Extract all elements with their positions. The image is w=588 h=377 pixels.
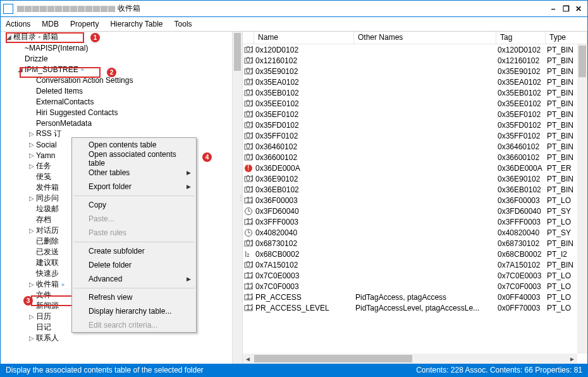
cell-tag: 0x3FD60040 <box>496 207 546 216</box>
svg-text:I₂: I₂ <box>245 250 250 259</box>
svg-text:010: 010 <box>246 78 253 86</box>
menu-mdb[interactable]: MDB <box>42 20 59 28</box>
grid-row[interactable]: 010 0x120D0102 0x120D0102 PT_BIN <box>243 44 577 55</box>
grid-row[interactable]: 010 0x36E90102 0x36E90102 PT_BIN <box>243 173 577 184</box>
grid-scrollbar-horizontal[interactable]: ◄ ► <box>243 354 577 364</box>
scroll-right-icon[interactable]: ► <box>567 354 577 364</box>
tree-item[interactable]: Deleted Items <box>1 85 242 96</box>
menu-edit-search-criteria: Edit search criteria... <box>72 318 196 332</box>
grid-row[interactable]: 010 0x35EB0102 0x35EB0102 PT_BIN <box>243 87 577 98</box>
cell-type: PT_LO <box>546 218 577 226</box>
menu-export-folder[interactable]: Export folder▶ <box>72 180 196 194</box>
grid-row[interactable]: 0x3FD60040 0x3FD60040 PT_SY <box>243 206 577 216</box>
grid-row[interactable]: 123 0x3FFF0003 0x3FFF0003 PT_LO <box>243 216 577 227</box>
tree-root[interactable]: ◢根目录 - 邮箱 <box>1 32 242 42</box>
grid-row[interactable]: 010 0x36460102 0x36460102 PT_BIN <box>243 141 577 152</box>
svg-text:010: 010 <box>246 142 253 151</box>
grid-row[interactable]: 010 0x35EE0102 0x35EE0102 PT_BIN <box>243 98 577 109</box>
submenu-arrow-icon: ▶ <box>187 170 191 176</box>
col-type[interactable]: Type <box>546 32 587 44</box>
menu-copy[interactable]: Copy <box>72 198 196 212</box>
cell-type: PT_BIN <box>546 132 577 140</box>
cell-type: PT_LO <box>546 282 577 291</box>
cell-type: PT_BIN <box>546 89 577 97</box>
row-type-icon: 010 <box>243 153 254 162</box>
cell-type: PT_BIN <box>546 153 577 162</box>
row-type-icon: 123 <box>243 271 254 280</box>
row-type-icon: 123 <box>243 218 254 226</box>
svg-text:123: 123 <box>246 196 253 204</box>
submenu-arrow-icon: ▶ <box>187 276 191 282</box>
cell-tag: 0x35E90102 <box>496 67 546 76</box>
grid-row[interactable]: 123 0x7C0E0003 0x7C0E0003 PT_LO <box>243 270 577 281</box>
menu-hierarchy[interactable]: Hierarchy Table <box>110 20 162 28</box>
grid-row[interactable]: 010 0x35EF0102 0x35EF0102 PT_BIN <box>243 109 577 120</box>
grid-row[interactable]: 0x40820040 0x40820040 PT_SY <box>243 227 577 238</box>
scroll-left-icon[interactable]: ◄ <box>243 354 253 364</box>
svg-text:010: 010 <box>246 185 253 194</box>
cell-name: 0x35EB0102 <box>254 89 354 97</box>
row-type-icon: 010 <box>243 261 254 269</box>
grid-row[interactable]: 123 0x7C0F0003 0x7C0F0003 PT_LO <box>243 281 577 292</box>
cell-tag: 0x35FF0102 <box>496 132 546 140</box>
menu-other-tables[interactable]: Other tables▶ <box>72 166 196 180</box>
tree-item[interactable]: ExternalContacts <box>1 96 242 107</box>
tree-item[interactable]: ~MAPISP(Internal) <box>1 42 242 53</box>
cell-name: 0x3FFF0003 <box>254 218 354 226</box>
tree-item[interactable]: Hiri Suggested Contacts <box>1 107 242 118</box>
grid-row[interactable]: 010 0x36600102 0x36600102 PT_BIN <box>243 152 577 163</box>
svg-text:123: 123 <box>246 271 253 280</box>
tree-item[interactable]: Drizzle <box>1 53 242 64</box>
grid-row[interactable]: 010 0x7A150102 0x7A150102 PT_BIN <box>243 259 577 270</box>
close-button[interactable]: ✕ <box>572 4 585 13</box>
cell-tag: 0x35EF0102 <box>496 110 546 119</box>
cell-name: 0x36DE000A <box>254 164 354 173</box>
grid-row[interactable]: 010 0x68730102 0x68730102 PT_BIN <box>243 238 577 249</box>
grid-row[interactable]: I₂ 0x68CB0002 0x68CB0002 PT_I2 <box>243 249 577 259</box>
cell-name: 0x36EB0102 <box>254 185 354 194</box>
svg-text:123: 123 <box>246 218 253 226</box>
row-type-icon: 010 <box>243 46 254 54</box>
menu-delete-folder[interactable]: Delete folder <box>72 258 196 272</box>
row-type-icon: 010 <box>243 132 254 140</box>
cell-type: PT_BIN <box>546 56 577 65</box>
menu-create-subfolder[interactable]: Create subfolder <box>72 244 196 258</box>
menu-tools[interactable]: Tools <box>175 20 192 28</box>
cell-type: PT_ER <box>546 164 577 173</box>
maximize-button[interactable]: ❐ <box>560 4 572 13</box>
col-tag[interactable]: Tag <box>496 32 546 44</box>
tree-ipm-subtree[interactable]: ◢IPM_SUBTREE» <box>1 64 242 75</box>
grid-row[interactable]: 010 0x35FF0102 0x35FF0102 PT_BIN <box>243 130 577 141</box>
grid-scrollbar-vertical[interactable] <box>577 44 587 354</box>
menu-actions[interactable]: Actions <box>6 20 30 28</box>
cell-type: PT_BIN <box>546 261 577 269</box>
menu-refresh-view[interactable]: Refresh view <box>72 290 196 304</box>
menu-paste: Paste... <box>72 212 196 226</box>
menu-advanced[interactable]: Advanced▶ <box>72 272 196 286</box>
tree-item[interactable]: ▷联系人 <box>1 333 242 343</box>
col-name[interactable]: Name <box>254 32 354 44</box>
grid-row[interactable]: 010 0x12160102 0x12160102 PT_BIN <box>243 55 577 66</box>
menu-bar: Actions MDB Property Hierarchy Table Too… <box>1 17 587 31</box>
svg-text:010: 010 <box>246 110 253 118</box>
svg-text:010: 010 <box>246 56 253 65</box>
row-type-icon <box>243 228 254 237</box>
grid-row[interactable]: 123 PR_ACCESS_LEVEL PidTagAccessLevel, p… <box>243 302 577 313</box>
grid-row[interactable]: 010 0x35FD0102 0x35FD0102 PT_BIN <box>243 120 577 130</box>
col-other-names[interactable]: Other Names <box>354 32 496 44</box>
grid-row[interactable]: 123 0x36F00003 0x36F00003 PT_LO <box>243 195 577 206</box>
grid-row[interactable]: 010 0x35E90102 0x35E90102 PT_BIN <box>243 66 577 77</box>
menu-property[interactable]: Property <box>70 20 99 28</box>
grid-row[interactable]: ! 0x36DE000A 0x36DE000A PT_ER <box>243 163 577 173</box>
cell-tag: 0x68730102 <box>496 239 546 248</box>
menu-open-associated-contents[interactable]: Open associated contents table <box>72 152 196 166</box>
cell-name: 0x7A150102 <box>254 261 354 269</box>
grid-row[interactable]: 123 PR_ACCESS PidTagAccess, ptagAccess 0… <box>243 292 577 302</box>
menu-display-hierarchy[interactable]: Display hierarchy table... <box>72 304 196 318</box>
grid-row[interactable]: 010 0x35EA0102 0x35EA0102 PT_BIN <box>243 77 577 87</box>
grid-row[interactable]: 010 0x36EB0102 0x36EB0102 PT_BIN <box>243 184 577 195</box>
tree-item[interactable]: PersonMetadata <box>1 118 242 128</box>
row-type-icon: 010 <box>243 175 254 183</box>
tree-item[interactable]: Conversation Action Settings <box>1 75 242 85</box>
minimize-button[interactable]: – <box>547 4 560 13</box>
